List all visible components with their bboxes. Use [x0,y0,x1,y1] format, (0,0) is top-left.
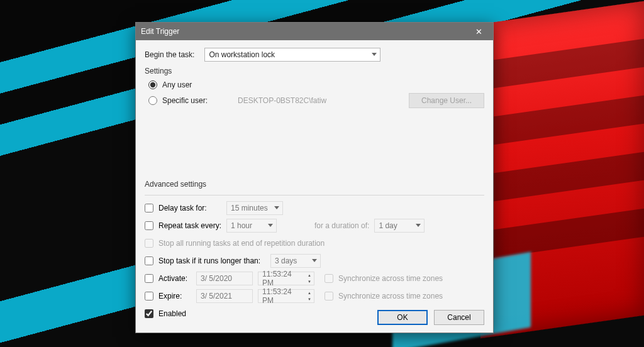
repeat-label: Repeat task every: [158,221,226,230]
stop-if-value: 3 days [275,256,297,265]
settings-legend: Settings [145,67,484,75]
specific-user-value: DESKTOP-0BST82C\fatiw [238,96,364,105]
delay-value: 15 minutes [231,204,268,212]
enabled-checkbox[interactable] [145,309,153,318]
any-user-option[interactable]: Any user [148,80,484,89]
expire-time: 11:53:24 PM [262,287,304,305]
delay-combo: 15 minutes [226,201,283,215]
chevron-down-icon [372,53,377,56]
stop-if-combo: 3 days [270,254,321,268]
change-user-button: Change User... [409,93,484,108]
enabled-label: Enabled [158,309,186,318]
advanced-legend: Advanced settings [145,180,484,189]
activate-checkbox[interactable] [145,274,153,283]
close-icon[interactable]: ✕ [469,25,488,38]
activate-time: 11:53:24 PM [262,270,304,287]
desktop-background: Edit Trigger ✕ Begin the task: On workst… [0,0,644,347]
stop-all-label: Stop all running tasks at end of repetit… [158,239,325,248]
stop-if-checkbox[interactable] [145,256,153,265]
begin-task-label: Begin the task: [145,50,194,59]
divider [145,195,484,196]
any-user-label: Any user [162,80,192,89]
expire-time-field: 11:53:24 PM [258,289,314,303]
duration-value: 1 day [379,221,397,230]
expire-sync-checkbox [325,292,333,300]
expire-checkbox[interactable] [145,292,153,300]
specific-user-label: Specific user: [162,96,218,105]
window-title: Edit Trigger [141,27,469,36]
expire-sync-label: Synchronize across time zones [338,292,443,300]
stop-all-checkbox [145,239,153,248]
activate-label: Activate: [158,274,196,283]
edit-trigger-dialog: Edit Trigger ✕ Begin the task: On workst… [135,22,494,333]
cancel-button[interactable]: Cancel [434,310,484,325]
specific-user-radio[interactable] [148,96,157,105]
repeat-checkbox[interactable] [145,221,153,230]
expire-date-field: 3/ 5/2021 [196,289,253,303]
delay-label: Delay task for: [158,204,226,212]
chevron-down-icon [268,224,273,227]
repeat-combo: 1 hour [226,219,277,233]
duration-label: for a duration of: [314,221,369,230]
expire-label: Expire: [158,292,196,300]
chevron-down-icon [416,224,421,227]
activate-date-field: 3/ 5/2020 [196,272,253,285]
any-user-radio[interactable] [148,80,157,89]
begin-task-combo[interactable]: On workstation lock [204,48,380,62]
activate-date: 3/ 5/2020 [201,274,232,283]
expire-date: 3/ 5/2021 [201,292,232,300]
begin-task-value: On workstation lock [209,50,275,59]
activate-sync-checkbox [325,274,333,283]
ok-button[interactable]: OK [377,310,428,325]
delay-checkbox[interactable] [145,204,153,212]
titlebar[interactable]: Edit Trigger ✕ [136,23,493,40]
activate-time-field: 11:53:24 PM [258,272,314,285]
duration-combo: 1 day [374,219,425,233]
chevron-down-icon [274,206,279,209]
stop-if-label: Stop task if it runs longer than: [158,256,270,265]
activate-sync-label: Synchronize across time zones [338,274,443,283]
chevron-down-icon [312,259,317,262]
repeat-value: 1 hour [231,221,252,230]
